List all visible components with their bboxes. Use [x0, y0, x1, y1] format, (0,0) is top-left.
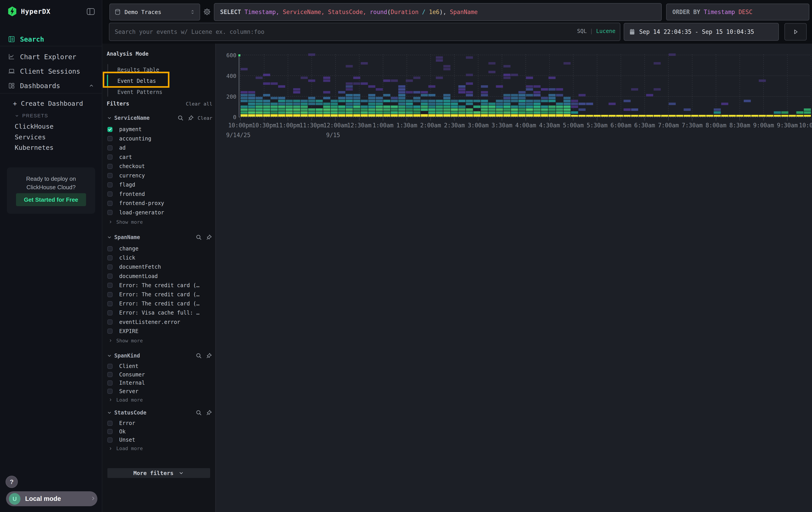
filter-checkbox-item[interactable]: Error: The credit card (… [107, 281, 210, 289]
checkbox-unchecked[interactable] [107, 210, 113, 215]
query-language-toggle[interactable]: SQL | Lucene [577, 28, 615, 34]
filter-checkbox-item[interactable]: ad [107, 144, 210, 152]
run-query-button[interactable] [784, 23, 807, 41]
chevron-down-icon[interactable] [107, 235, 112, 240]
sidebar-preset-kubernetes[interactable]: Kubernetes [0, 142, 102, 153]
filter-section-name[interactable]: StatusCode [114, 410, 147, 416]
checkbox-unchecked[interactable] [107, 319, 113, 325]
pin-icon[interactable] [187, 115, 194, 121]
checkbox-unchecked[interactable] [107, 437, 113, 442]
checkbox-unchecked[interactable] [107, 191, 113, 196]
checkbox-unchecked[interactable] [107, 164, 113, 169]
checkbox-unchecked[interactable] [107, 182, 113, 187]
sidebar-item-client-sessions[interactable]: Client Sessions [0, 65, 102, 77]
filter-checkbox-item[interactable]: documentFetch [107, 263, 210, 271]
sql-select-editor[interactable]: SELECT Timestamp, ServiceName, StatusCod… [214, 3, 662, 21]
filter-checkbox-item[interactable]: frontend-proxy [107, 199, 210, 207]
chevron-down-icon[interactable] [107, 410, 112, 415]
analysis-mode-option-results-table[interactable]: Results Table [117, 65, 159, 75]
search-icon[interactable] [196, 409, 202, 416]
checkbox-unchecked[interactable] [107, 429, 113, 434]
checkbox-unchecked[interactable] [107, 364, 113, 369]
sidebar-collapse-icon[interactable] [86, 7, 95, 16]
filter-checkbox-item[interactable]: Error: The credit card (… [107, 300, 210, 307]
filter-checkbox-item[interactable]: currency [107, 172, 210, 180]
filter-checkbox-item[interactable]: eventListener.error [107, 318, 210, 326]
checkbox-unchecked[interactable] [107, 255, 113, 261]
presets-group-toggle[interactable]: PRESETS [0, 111, 102, 121]
search-input[interactable] [109, 23, 620, 41]
order-by-editor[interactable]: ORDER BY Timestamp DESC [666, 4, 809, 21]
filter-checkbox-item[interactable]: Error: The credit card (… [107, 291, 210, 298]
filter-checkbox-item[interactable]: flagd [107, 181, 210, 189]
pin-icon[interactable] [206, 352, 212, 359]
user-menu-pill[interactable]: U Local mode [6, 491, 97, 506]
chevron-down-icon[interactable] [107, 115, 112, 120]
checkbox-unchecked[interactable] [107, 301, 113, 306]
filter-section-name[interactable]: ServiceName [114, 115, 150, 121]
checkbox-unchecked[interactable] [107, 372, 113, 377]
clear-all-button[interactable]: Clear all [107, 101, 212, 107]
filter-checkbox-item[interactable]: checkout [107, 162, 210, 170]
filter-checkbox-item[interactable]: EXPIRE [107, 327, 210, 335]
create-dashboard-button[interactable]: + Create Dashboard [0, 99, 102, 109]
filter-section-name[interactable]: SpanName [114, 234, 140, 240]
filter-section-name[interactable]: SpanKind [114, 353, 140, 359]
clear-section-button[interactable]: Clear [198, 115, 212, 121]
filter-load-more-button[interactable]: Load more [108, 445, 143, 452]
checkbox-unchecked[interactable] [107, 380, 113, 385]
filter-checkbox-item[interactable]: Unset [107, 436, 210, 444]
checkbox-unchecked[interactable] [107, 310, 113, 316]
filter-checkbox-item[interactable]: documentLoad [107, 272, 210, 280]
filter-checkbox-item[interactable]: Ok [107, 428, 210, 435]
search-icon[interactable] [177, 115, 184, 121]
more-filters-button[interactable]: More filters [107, 468, 210, 478]
analysis-mode-option-event-patterns[interactable]: Event Patterns [117, 87, 162, 97]
pin-icon[interactable] [206, 234, 212, 241]
filter-checkbox-item[interactable]: load-generator [107, 209, 210, 216]
search-icon[interactable] [196, 352, 202, 359]
checkbox-unchecked[interactable] [107, 265, 113, 270]
filter-checkbox-item[interactable]: accounting [107, 135, 210, 142]
filter-checkbox-item[interactable]: Client [107, 362, 210, 370]
filter-checkbox-item[interactable]: payment [107, 126, 210, 133]
sidebar-item-dashboards[interactable]: Dashboards [0, 80, 102, 91]
checkbox-unchecked[interactable] [107, 155, 113, 160]
checkbox-unchecked[interactable] [107, 292, 113, 297]
chevron-down-icon[interactable] [107, 353, 112, 358]
filter-checkbox-item[interactable]: frontend [107, 190, 210, 198]
checkbox-checked[interactable] [107, 127, 113, 132]
filter-checkbox-item[interactable]: change [107, 245, 210, 252]
sidebar-preset-clickhouse[interactable]: ClickHouse [0, 121, 102, 132]
gear-icon[interactable] [203, 7, 211, 16]
filter-checkbox-item[interactable]: click [107, 254, 210, 262]
filter-checkbox-item[interactable]: Internal [107, 379, 210, 387]
filter-show-more-button[interactable]: Show more [108, 218, 143, 225]
checkbox-unchecked[interactable] [107, 274, 113, 279]
data-source-select[interactable]: Demo Traces [109, 4, 200, 21]
help-button[interactable]: ? [5, 476, 18, 488]
checkbox-unchecked[interactable] [107, 173, 113, 178]
analysis-mode-option-event-deltas[interactable]: Event Deltas [117, 76, 156, 86]
sidebar-item-search[interactable]: Search [0, 33, 102, 45]
checkbox-unchecked[interactable] [107, 201, 113, 206]
checkbox-unchecked[interactable] [107, 246, 113, 251]
checkbox-unchecked[interactable] [107, 145, 113, 151]
get-started-button[interactable]: Get Started for Free [16, 193, 86, 206]
filter-load-more-button[interactable]: Load more [108, 396, 143, 403]
sidebar-preset-services[interactable]: Services [0, 132, 102, 142]
checkbox-unchecked[interactable] [107, 389, 113, 394]
lang-sql-option[interactable]: SQL [577, 28, 586, 34]
filter-checkbox-item[interactable]: Error [107, 420, 210, 427]
filter-checkbox-item[interactable]: cart [107, 153, 210, 161]
search-icon[interactable] [196, 234, 202, 241]
filter-checkbox-item[interactable]: Error: Visa cache full: … [107, 309, 210, 317]
checkbox-unchecked[interactable] [107, 283, 113, 288]
checkbox-unchecked[interactable] [107, 329, 113, 334]
filter-checkbox-item[interactable]: Server [107, 387, 210, 395]
checkbox-unchecked[interactable] [107, 421, 113, 426]
sidebar-item-chart-explorer[interactable]: Chart Explorer [0, 51, 102, 62]
filter-checkbox-item[interactable]: Consumer [107, 371, 210, 378]
time-range-picker[interactable]: Sep 14 22:04:35 - Sep 15 10:04:35 [624, 23, 779, 41]
pin-icon[interactable] [206, 409, 212, 416]
